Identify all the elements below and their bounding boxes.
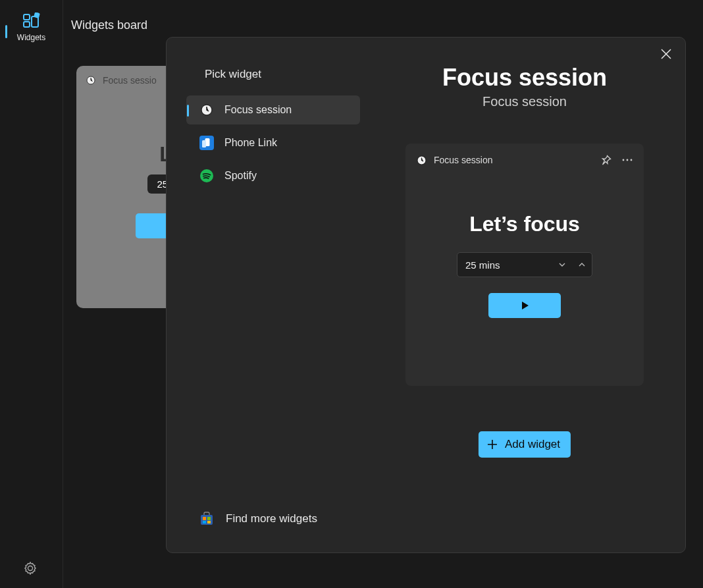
store-icon (199, 512, 214, 526)
nav-item-label: Widgets (17, 33, 45, 42)
add-widget-button[interactable]: Add widget (479, 431, 571, 458)
svg-point-17 (631, 159, 633, 161)
spotify-icon (199, 169, 214, 183)
dialog-right-panel: Focus session Focus session Focus sessio… (384, 64, 665, 526)
widget-detail-title: Focus session (442, 64, 607, 92)
widget-item-label: Phone Link (224, 137, 277, 149)
play-icon (519, 300, 530, 311)
svg-rect-11 (207, 517, 211, 520)
widget-item-phone-link[interactable]: Phone Link (186, 128, 360, 157)
widget-list: Focus session Phone Link (186, 95, 360, 190)
duration-decrease-button[interactable] (552, 261, 572, 269)
clock-icon (86, 75, 96, 86)
chevron-up-icon (578, 261, 586, 269)
svg-rect-2 (32, 16, 38, 27)
duration-selector[interactable]: 25 mins (457, 252, 592, 277)
preview-header: Focus session (416, 154, 633, 166)
widget-item-label: Spotify (224, 170, 257, 182)
clock-icon (416, 155, 427, 166)
preview-header-label: Focus session (434, 155, 591, 165)
svg-rect-12 (203, 521, 206, 523)
svg-rect-13 (207, 521, 211, 523)
svg-point-15 (623, 159, 625, 161)
pin-button[interactable] (600, 154, 612, 166)
nav-selection-indicator (5, 25, 7, 38)
phone-icon (199, 136, 214, 150)
pick-widget-label: Pick widget (205, 68, 360, 81)
dialog-left-panel: Pick widget Focus session (186, 68, 360, 533)
svg-rect-7 (202, 140, 206, 147)
nav-item-widgets[interactable]: Widgets (0, 8, 63, 47)
chevron-down-icon (558, 261, 566, 269)
more-icon (622, 159, 633, 161)
widgets-icon (22, 12, 41, 29)
start-focus-button[interactable] (488, 293, 561, 318)
close-icon (660, 48, 672, 60)
svg-point-16 (627, 159, 629, 161)
close-button[interactable] (659, 47, 673, 61)
svg-rect-9 (201, 515, 213, 525)
svg-rect-0 (24, 14, 30, 20)
widget-preview-card: Focus session Let’s focus 25 mins (405, 144, 644, 386)
plus-icon (486, 439, 498, 450)
lets-focus-heading: Let’s focus (469, 212, 580, 236)
widget-item-spotify[interactable]: Spotify (186, 161, 360, 190)
background-card-title: Focus sessio (103, 75, 157, 86)
svg-rect-3 (34, 13, 40, 18)
selection-indicator (187, 105, 189, 117)
more-options-button[interactable] (621, 154, 633, 166)
duration-increase-button[interactable] (572, 261, 592, 269)
clock-icon (199, 103, 214, 117)
duration-value: 25 mins (457, 259, 552, 271)
widget-detail-subtitle: Focus session (482, 94, 567, 109)
svg-rect-1 (24, 22, 30, 27)
widget-item-focus-session[interactable]: Focus session (186, 95, 360, 124)
widget-item-label: Focus session (224, 104, 292, 116)
add-widget-label: Add widget (505, 438, 560, 451)
find-more-widgets-button[interactable]: Find more widgets (199, 512, 317, 526)
svg-rect-10 (203, 517, 206, 520)
settings-icon[interactable] (24, 562, 37, 575)
find-more-label: Find more widgets (226, 512, 317, 525)
pin-icon (601, 155, 612, 165)
nav-rail: Widgets (0, 0, 63, 588)
pick-widget-dialog: Pick widget Focus session (166, 37, 686, 553)
